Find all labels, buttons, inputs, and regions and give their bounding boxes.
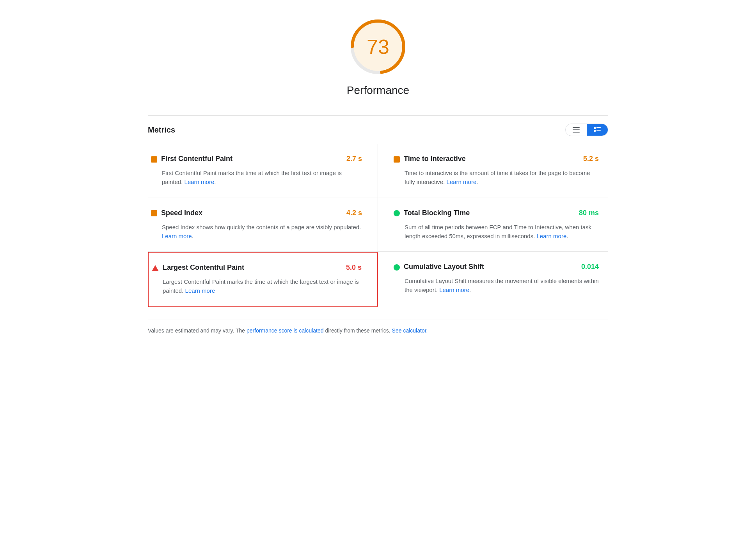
metrics-grid: First Contentful Paint 2.7 s First Conte… (148, 144, 608, 307)
learn-more-tbt[interactable]: Learn more (537, 233, 567, 239)
metric-value-cls: 0.014 (581, 263, 599, 271)
metric-title-row-cls: Cumulative Layout Shift (394, 263, 484, 271)
list-view-button[interactable] (566, 124, 587, 136)
learn-more-si[interactable]: Learn more (162, 233, 192, 239)
metric-desc-fcp: First Contentful Paint marks the time at… (162, 168, 362, 187)
metric-header-si: Speed Index 4.2 s (151, 209, 362, 217)
svg-rect-4 (573, 129, 580, 130)
metric-name-cls: Cumulative Layout Shift (404, 263, 484, 271)
metric-desc-cls: Cumulative Layout Shift measures the mov… (405, 276, 599, 295)
metric-cell-lcp: Largest Contentful Paint 5.0 s Largest C… (148, 252, 378, 307)
tti-icon (394, 156, 400, 163)
tbt-icon (394, 210, 400, 216)
metrics-header: Metrics (148, 115, 608, 141)
metric-title-row-si: Speed Index (151, 209, 202, 217)
metric-desc-tti: Time to interactive is the amount of tim… (405, 168, 599, 187)
score-label: Performance (347, 84, 409, 97)
metric-value-fcp: 2.7 s (346, 155, 362, 163)
metric-desc-si: Speed Index shows how quickly the conten… (162, 223, 362, 241)
metrics-title: Metrics (148, 126, 175, 134)
metric-header-tbt: Total Blocking Time 80 ms (394, 209, 599, 217)
metric-cell-si: Speed Index 4.2 s Speed Index shows how … (148, 198, 378, 252)
metric-cell-fcp: First Contentful Paint 2.7 s First Conte… (148, 144, 378, 198)
list-icon (573, 127, 580, 133)
detail-icon (594, 127, 601, 133)
footer-text-after: directly from these metrics. (324, 327, 392, 334)
metric-name-lcp: Largest Contentful Paint (163, 264, 244, 272)
metric-title-row-tti: Time to Interactive (394, 155, 466, 163)
metric-header-fcp: First Contentful Paint 2.7 s (151, 155, 362, 163)
learn-more-cls[interactable]: Learn more (439, 287, 469, 293)
metric-title-row-lcp: Largest Contentful Paint (152, 264, 244, 272)
metric-title-row-tbt: Total Blocking Time (394, 209, 470, 217)
svg-rect-9 (596, 130, 601, 131)
cls-icon (394, 264, 400, 271)
svg-rect-3 (573, 127, 580, 128)
learn-more-lcp[interactable]: Learn more (185, 287, 215, 294)
metric-cell-tbt: Total Blocking Time 80 ms Sum of all tim… (378, 198, 608, 252)
metric-desc-tbt: Sum of all time periods between FCP and … (405, 223, 599, 241)
footer-link-see-calculator[interactable]: See calculator. (392, 327, 428, 334)
metric-value-tbt: 80 ms (579, 209, 599, 217)
learn-more-fcp[interactable]: Learn more (185, 179, 215, 185)
metric-name-tbt: Total Blocking Time (404, 209, 470, 217)
learn-more-tti[interactable]: Learn more (447, 179, 477, 185)
metric-value-si: 4.2 s (346, 209, 362, 217)
metric-desc-lcp: Largest Contentful Paint marks the time … (163, 277, 362, 295)
svg-rect-6 (594, 127, 596, 129)
metric-header-cls: Cumulative Layout Shift 0.014 (394, 263, 599, 271)
footer-text-before: Values are estimated and may vary. The (148, 327, 247, 334)
metric-name-tti: Time to Interactive (404, 155, 466, 163)
view-toggle (565, 124, 608, 136)
metric-title-row-fcp: First Contentful Paint (151, 155, 232, 163)
fcp-icon (151, 156, 157, 163)
footer-note: Values are estimated and may vary. The p… (148, 320, 608, 335)
metric-value-tti: 5.2 s (583, 155, 599, 163)
svg-rect-5 (573, 132, 580, 133)
metric-name-fcp: First Contentful Paint (161, 155, 232, 163)
metric-name-si: Speed Index (161, 209, 202, 217)
score-section: 73 Performance (148, 16, 608, 97)
lcp-icon (152, 265, 159, 271)
metric-value-lcp: 5.0 s (346, 264, 362, 272)
metric-cell-cls: Cumulative Layout Shift 0.014 Cumulative… (378, 252, 608, 307)
detail-view-button[interactable] (587, 124, 608, 136)
metric-header-lcp: Largest Contentful Paint 5.0 s (152, 264, 362, 272)
score-value: 73 (367, 35, 389, 58)
svg-rect-7 (596, 127, 601, 128)
si-icon (151, 210, 157, 216)
metric-cell-tti: Time to Interactive 5.2 s Time to intera… (378, 144, 608, 198)
svg-rect-8 (594, 130, 596, 132)
score-circle: 73 (347, 16, 409, 78)
metric-header-tti: Time to Interactive 5.2 s (394, 155, 599, 163)
footer-link-calculator[interactable]: performance score is calculated (247, 327, 324, 334)
